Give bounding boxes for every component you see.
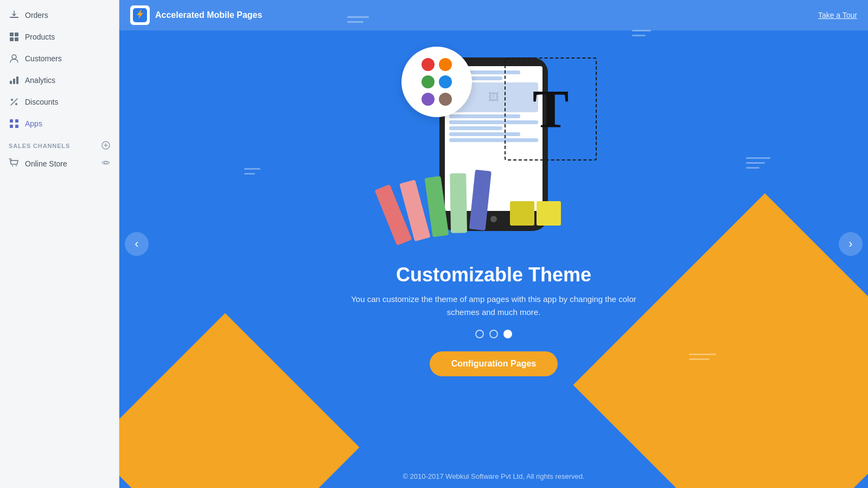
swatch-4: [450, 173, 467, 233]
svg-rect-11: [10, 119, 13, 123]
sales-channels-section: SALES CHANNELS: [0, 134, 119, 153]
svg-rect-12: [15, 119, 18, 123]
svg-rect-7: [13, 79, 15, 84]
phone-illustration: 🖼 T: [380, 41, 608, 247]
svg-rect-14: [15, 125, 18, 128]
analytics-icon: [9, 75, 20, 86]
take-tour-link[interactable]: Take a Tour: [818, 11, 857, 20]
products-label: Products: [25, 33, 55, 41]
sidebar-item-discounts[interactable]: Discounts: [0, 91, 119, 113]
app-header: Accelerated Mobile Pages Take a Tour: [119, 0, 868, 30]
discounts-label: Discounts: [25, 98, 58, 106]
carousel-dot-1[interactable]: [475, 330, 484, 338]
sidebar-item-orders[interactable]: Orders: [0, 4, 119, 26]
content-area: 🖼 T: [119, 30, 868, 488]
main-content: Accelerated Mobile Pages Take a Tour: [119, 0, 868, 488]
sidebar-item-online-store[interactable]: Online Store: [0, 153, 119, 174]
dot-green: [422, 75, 435, 88]
carousel-dot-2[interactable]: [489, 330, 498, 338]
sidebar-item-apps[interactable]: Apps: [0, 113, 119, 134]
svg-point-9: [11, 99, 13, 101]
svg-point-17: [16, 165, 17, 166]
online-store-icon: [9, 157, 20, 170]
online-store-label: Online Store: [25, 159, 67, 168]
svg-rect-3: [10, 37, 14, 41]
configuration-pages-button[interactable]: Configuration Pages: [430, 351, 558, 376]
sidebar-item-products[interactable]: Products: [0, 26, 119, 48]
phone-home-button: [490, 216, 497, 222]
sidebar-item-customers[interactable]: Customers: [0, 48, 119, 69]
typography-icon: T: [533, 82, 569, 136]
slide-description: You can customize the theme of amp pages…: [347, 293, 640, 319]
carousel-dot-3[interactable]: [503, 330, 512, 338]
dot-brown: [439, 93, 452, 106]
slide-title: Customizable Theme: [396, 264, 591, 286]
discounts-icon: [9, 97, 20, 107]
download-icon: [9, 10, 20, 21]
app-title-text: Accelerated Mobile Pages: [155, 10, 262, 20]
carousel-dots: [475, 330, 512, 338]
products-icon: [9, 31, 20, 42]
svg-point-18: [105, 162, 107, 164]
footer-copyright: © 2010-2017 Webkul Software Pvt Ltd, All…: [403, 472, 584, 480]
dot-purple: [422, 93, 435, 106]
dot-red: [422, 58, 435, 71]
svg-rect-6: [10, 81, 12, 84]
analytics-label: Analytics: [25, 76, 55, 85]
yellow-square-2: [537, 201, 561, 226]
eye-icon[interactable]: [101, 158, 110, 169]
orders-label: Orders: [25, 11, 48, 20]
sidebar: Orders Products Customers: [0, 0, 119, 488]
palette-circles: [401, 47, 472, 117]
apps-label: Apps: [25, 119, 42, 128]
yellow-squares: [510, 201, 561, 226]
dot-blue: [439, 75, 452, 88]
svg-point-10: [15, 103, 17, 105]
svg-rect-8: [16, 76, 18, 84]
next-arrow-button[interactable]: ›: [839, 232, 863, 256]
svg-rect-13: [10, 125, 13, 128]
color-swatches: [386, 169, 488, 244]
sidebar-item-analytics[interactable]: Analytics: [0, 69, 119, 91]
svg-rect-2: [15, 33, 18, 36]
svg-point-5: [12, 55, 16, 59]
phone-line-5: [449, 126, 502, 130]
svg-rect-1: [10, 33, 14, 36]
app-logo: [130, 5, 150, 25]
prev-arrow-button[interactable]: ‹: [125, 232, 149, 256]
svg-point-16: [12, 165, 13, 166]
svg-rect-0: [10, 17, 18, 18]
customers-label: Customers: [25, 54, 62, 63]
customers-icon: [9, 53, 20, 64]
apps-icon: [9, 118, 20, 129]
dashed-text-box: T: [505, 57, 597, 160]
add-sales-channel-icon[interactable]: [101, 141, 110, 151]
dot-orange: [439, 58, 452, 71]
svg-rect-4: [15, 37, 18, 41]
yellow-square-1: [510, 201, 534, 226]
